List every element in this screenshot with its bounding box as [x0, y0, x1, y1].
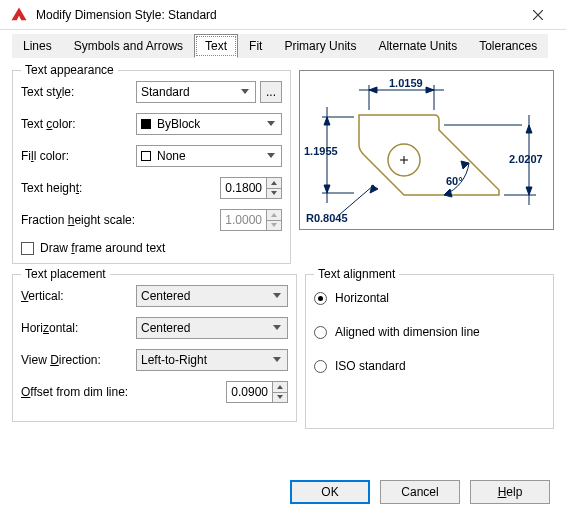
tab-alternate-units[interactable]: Alternate Units — [367, 34, 468, 58]
horizontal-radio[interactable] — [314, 292, 327, 305]
preview-drawing-icon: 1.0159 1.1955 2.0207 R0.8045 60° — [304, 75, 549, 225]
view-direction-label: View Direction: — [21, 353, 136, 367]
chevron-down-icon — [269, 288, 285, 304]
text-height-input[interactable] — [220, 177, 266, 199]
text-style-browse-button[interactable]: ... — [260, 81, 282, 103]
fill-color-label: Fill color: — [21, 149, 136, 163]
chevron-down-icon — [263, 148, 279, 164]
text-alignment-legend: Text alignment — [314, 267, 399, 281]
dimension-preview: 1.0159 1.1955 2.0207 R0.8045 60° — [299, 70, 554, 230]
color-swatch-icon — [141, 151, 151, 161]
text-placement-group: Text placement Vertical: Centered Horizo… — [12, 274, 297, 422]
text-color-combo[interactable]: ByBlock — [136, 113, 282, 135]
svg-text:1.0159: 1.0159 — [389, 77, 423, 89]
spinner-down-button — [266, 220, 282, 232]
draw-frame-label: Draw frame around text — [40, 241, 165, 255]
fraction-scale-label: Fraction height scale: — [21, 213, 156, 227]
text-alignment-group: Text alignment Horizontal Aligned with d… — [305, 274, 554, 429]
text-style-label: Text style: — [21, 85, 136, 99]
text-height-label: Text height: — [21, 181, 136, 195]
autocad-logo-icon — [10, 6, 28, 24]
svg-text:60°: 60° — [446, 175, 463, 187]
tab-tolerances[interactable]: Tolerances — [468, 34, 548, 58]
text-style-combo[interactable]: Standard — [136, 81, 256, 103]
chevron-down-icon — [263, 116, 279, 132]
chevron-down-icon — [269, 320, 285, 336]
horizontal-label: Horizontal: — [21, 321, 136, 335]
text-placement-legend: Text placement — [21, 267, 110, 281]
close-button[interactable] — [518, 1, 558, 29]
tab-fit[interactable]: Fit — [238, 34, 273, 58]
svg-text:1.1955: 1.1955 — [304, 145, 338, 157]
fraction-scale-spinner — [220, 209, 282, 231]
fill-color-combo[interactable]: None — [136, 145, 282, 167]
view-direction-combo[interactable]: Left-to-Right — [136, 349, 288, 371]
aligned-radio[interactable] — [314, 326, 327, 339]
offset-spinner[interactable] — [226, 381, 288, 403]
spinner-up-button[interactable] — [266, 177, 282, 188]
svg-line-12 — [339, 185, 374, 215]
horizontal-radio-label: Horizontal — [335, 291, 389, 305]
iso-radio[interactable] — [314, 360, 327, 373]
spinner-up-button[interactable] — [272, 381, 288, 392]
chevron-down-icon — [237, 84, 253, 100]
offset-label: Offset from dim line: — [21, 385, 156, 399]
draw-frame-checkbox[interactable] — [21, 242, 34, 255]
tab-lines[interactable]: Lines — [12, 34, 63, 58]
text-height-spinner[interactable] — [220, 177, 282, 199]
chevron-down-icon — [269, 352, 285, 368]
tab-symbols-arrows[interactable]: Symbols and Arrows — [63, 34, 194, 58]
vertical-combo[interactable]: Centered — [136, 285, 288, 307]
text-color-label: Text color: — [21, 117, 136, 131]
spinner-down-button[interactable] — [272, 392, 288, 404]
aligned-radio-label: Aligned with dimension line — [335, 325, 480, 339]
title-bar: Modify Dimension Style: Standard — [0, 0, 566, 30]
text-appearance-group: Text appearance Text style: Standard ...… — [12, 70, 291, 264]
close-icon — [533, 10, 543, 20]
iso-radio-label: ISO standard — [335, 359, 406, 373]
ok-button[interactable]: OK — [290, 480, 370, 504]
spinner-up-button — [266, 209, 282, 220]
window-title: Modify Dimension Style: Standard — [36, 8, 518, 22]
text-appearance-legend: Text appearance — [21, 63, 118, 77]
tab-primary-units[interactable]: Primary Units — [273, 34, 367, 58]
cancel-button[interactable]: Cancel — [380, 480, 460, 504]
svg-text:2.0207: 2.0207 — [509, 153, 543, 165]
spinner-down-button[interactable] — [266, 188, 282, 200]
offset-input[interactable] — [226, 381, 272, 403]
tabs-bar: Lines Symbols and Arrows Text Fit Primar… — [0, 30, 566, 58]
help-button[interactable]: Help — [470, 480, 550, 504]
svg-text:R0.8045: R0.8045 — [306, 212, 348, 224]
fraction-scale-input — [220, 209, 266, 231]
tab-text[interactable]: Text — [194, 34, 238, 58]
vertical-label: Vertical: — [21, 289, 136, 303]
horizontal-combo[interactable]: Centered — [136, 317, 288, 339]
dialog-buttons: OK Cancel Help — [0, 468, 566, 516]
color-swatch-icon — [141, 119, 151, 129]
